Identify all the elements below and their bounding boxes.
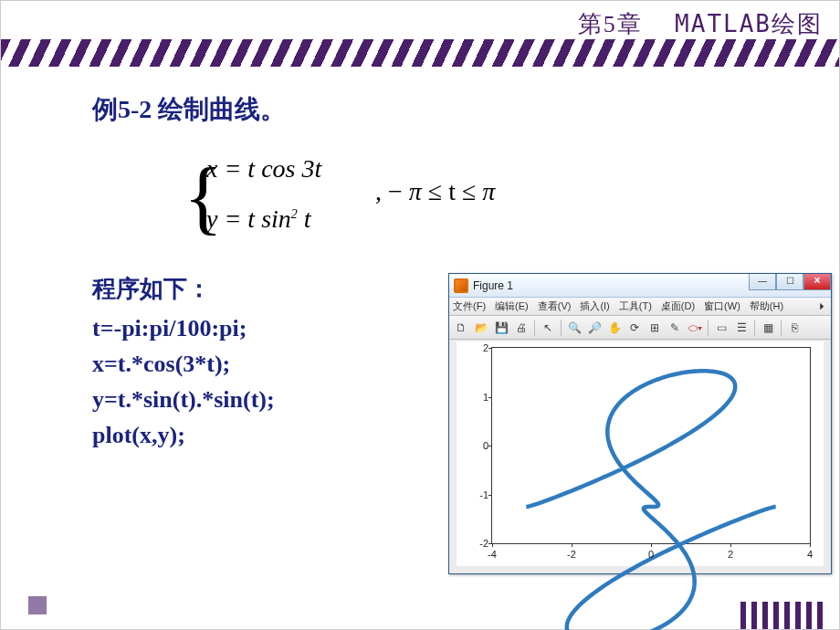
x-tick bbox=[572, 543, 572, 547]
x-tick bbox=[492, 543, 493, 547]
menu-desktop[interactable]: 桌面(D) bbox=[661, 299, 695, 313]
footer-square-decor bbox=[28, 596, 47, 614]
menu-tools[interactable]: 工具(T) bbox=[619, 299, 652, 313]
y-tick bbox=[488, 348, 492, 349]
close-button[interactable]: × bbox=[803, 274, 831, 290]
chapter-label: 第5章 MATLAB绘图 bbox=[578, 8, 823, 40]
axes-grid-icon[interactable]: ▦ bbox=[759, 319, 777, 337]
y-tick-label: 1 bbox=[470, 392, 488, 403]
equation-y: y = t sin2 t bbox=[206, 205, 311, 234]
zoom-in-icon[interactable]: 🔍 bbox=[565, 319, 583, 337]
toolbar-separator bbox=[534, 320, 535, 336]
slide-header: 第5章 MATLAB绘图 bbox=[1, 1, 839, 65]
colorbar-icon[interactable]: ▭ bbox=[712, 319, 730, 337]
matlab-icon bbox=[454, 278, 468, 293]
chapter-prefix: 第 bbox=[578, 10, 604, 37]
x-tick bbox=[730, 543, 731, 547]
menu-insert[interactable]: 插入(I) bbox=[580, 299, 609, 313]
menu-file[interactable]: 文件(F) bbox=[453, 299, 486, 313]
toolbar-separator bbox=[781, 320, 782, 336]
toolbar-separator bbox=[754, 320, 755, 336]
data-cursor-icon[interactable]: ⊞ bbox=[646, 319, 664, 337]
menu-view[interactable]: 查看(V) bbox=[538, 299, 572, 313]
matlab-figure-window: Figure 1 — ☐ × 文件(F) 编辑(E) 查看(V) 插入(I) 工… bbox=[448, 273, 832, 574]
x-tick-label: -2 bbox=[567, 549, 576, 560]
menu-window[interactable]: 窗口(W) bbox=[704, 299, 740, 313]
y-tick-label: -1 bbox=[470, 489, 488, 500]
window-buttons: — ☐ × bbox=[749, 274, 831, 292]
header-hatch-decor bbox=[1, 39, 839, 67]
equation-range: , − π ≤ t ≤ π bbox=[375, 177, 495, 206]
chapter-suffix-char: 章 bbox=[617, 10, 643, 37]
x-tick bbox=[651, 543, 652, 547]
save-icon[interactable]: 💾 bbox=[492, 319, 510, 337]
menu-edit[interactable]: 编辑(E) bbox=[495, 299, 529, 313]
slide: 第5章 MATLAB绘图 例5-2 绘制曲线。 { x = t cos 3t y… bbox=[0, 0, 840, 630]
y-tick bbox=[488, 397, 492, 398]
exponent: 2 bbox=[291, 207, 298, 221]
toolbar-separator bbox=[708, 320, 709, 336]
y-tick bbox=[488, 446, 492, 446]
window-titlebar[interactable]: Figure 1 — ☐ × bbox=[449, 274, 831, 298]
curve-plot bbox=[492, 348, 810, 630]
rotate-icon[interactable]: ⟳ bbox=[625, 319, 644, 337]
axes-box[interactable]: -2-1012-4-2024 bbox=[491, 347, 811, 544]
minimize-button[interactable]: — bbox=[749, 274, 776, 290]
x-tick-label: -4 bbox=[488, 549, 497, 560]
new-figure-icon[interactable]: 🗋 bbox=[452, 319, 470, 337]
legend-icon[interactable]: ☰ bbox=[732, 319, 751, 337]
x-tick-label: 0 bbox=[648, 549, 654, 560]
y-tick-label: 0 bbox=[470, 440, 488, 451]
maximize-button[interactable]: ☐ bbox=[776, 274, 803, 290]
open-icon[interactable]: 📂 bbox=[472, 319, 490, 337]
menu-overflow-icon[interactable]: 🞂 bbox=[818, 301, 827, 311]
y-tick-label: -2 bbox=[470, 538, 488, 549]
figure-title: Figure 1 bbox=[473, 279, 513, 292]
x-tick-label: 2 bbox=[728, 549, 733, 560]
toolbar-separator bbox=[561, 320, 562, 336]
curve-path bbox=[526, 371, 775, 630]
x-tick-label: 4 bbox=[807, 549, 813, 560]
chapter-number: 5 bbox=[604, 11, 617, 37]
toolbar: 🗋 📂 💾 🖨 ↖ 🔍 🔎 ✋ ⟳ ⊞ ✎ ⬭▾ ▭ ☰ ▦ ⎘ bbox=[449, 316, 831, 340]
plot-canvas: -2-1012-4-2024 bbox=[457, 341, 824, 566]
pan-icon[interactable]: ✋ bbox=[605, 319, 624, 337]
dock-icon[interactable]: ⎘ bbox=[785, 319, 803, 337]
brush-icon[interactable]: ✎ bbox=[666, 319, 684, 337]
x-tick bbox=[810, 543, 811, 547]
menu-bar: 文件(F) 编辑(E) 查看(V) 插入(I) 工具(T) 桌面(D) 窗口(W… bbox=[449, 298, 831, 316]
equation-block: { x = t cos 3t y = t sin2 t , − π ≤ t ≤ … bbox=[202, 154, 803, 264]
chapter-title: MATLAB绘图 bbox=[675, 10, 823, 37]
equation-x: x = t cos 3t bbox=[206, 154, 321, 184]
zoom-out-icon[interactable]: 🔎 bbox=[585, 319, 604, 337]
link-icon[interactable]: ⬭▾ bbox=[686, 319, 704, 337]
footer-bars-decor bbox=[740, 602, 823, 629]
pointer-icon[interactable]: ↖ bbox=[539, 319, 557, 337]
example-title: 例5-2 绘制曲线。 bbox=[92, 92, 803, 127]
menu-help[interactable]: 帮助(H) bbox=[750, 299, 783, 313]
print-icon[interactable]: 🖨 bbox=[512, 319, 530, 337]
y-tick-label: 2 bbox=[470, 342, 488, 353]
y-tick bbox=[488, 495, 492, 496]
